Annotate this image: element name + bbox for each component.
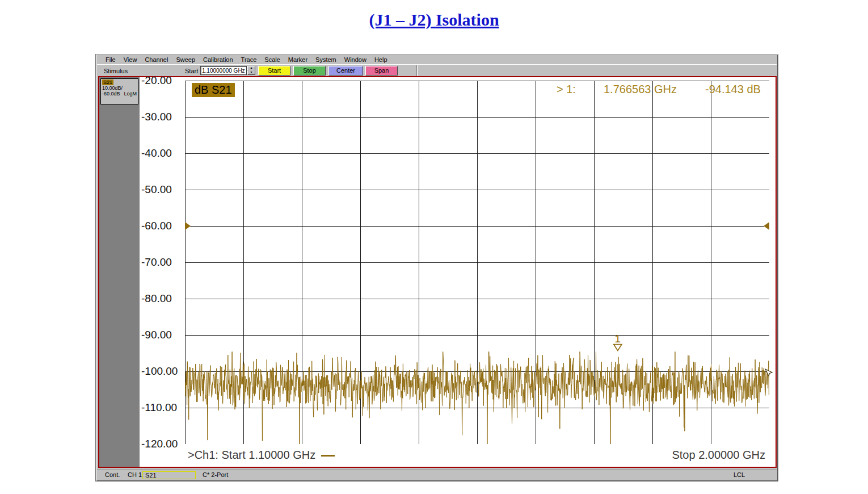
start-annotation-text: >Ch1: Start 1.10000 GHz [188, 449, 315, 461]
sweep-status: Cont. [103, 471, 127, 479]
marker-1[interactable]: 1 [614, 333, 622, 351]
menu-bar: FileViewChannelSweepCalibrationTraceScal… [97, 56, 777, 64]
start-frequency-input[interactable] [200, 66, 247, 75]
trace-format-chip: dB S21 [192, 83, 235, 97]
menu-item-calibration[interactable]: Calibration [199, 56, 237, 64]
measurement-plot: 1 [185, 81, 769, 444]
y-axis-label: -60.00 [141, 220, 184, 232]
trace-sidebar: S21 10.00dB/ -60.0dB LogM [99, 77, 140, 467]
trace-ref-label: -60.0dB [102, 91, 120, 97]
vna-application-window: FileViewChannelSweepCalibrationTraceScal… [95, 54, 778, 482]
spinner-down-icon[interactable]: ▼ [247, 70, 255, 75]
status-bar: Cont. CH 1: S21 C* 2-Port LCL [97, 470, 777, 479]
menu-item-marker[interactable]: Marker [284, 56, 311, 64]
y-axis-label: -80.00 [141, 292, 184, 305]
start-button[interactable]: Start [258, 66, 290, 76]
page-title: (J1 – J2) Isolation [0, 10, 868, 30]
local-remote-status: LCL [722, 471, 756, 479]
channel-start-annotation: >Ch1: Start 1.10000 GHz [188, 449, 335, 462]
menu-item-view[interactable]: View [120, 56, 141, 64]
stimulus-group-label: Stimulus [104, 68, 128, 74]
stop-button[interactable]: Stop [293, 66, 326, 76]
y-axis-label: -110.00 [141, 401, 184, 414]
menu-item-help[interactable]: Help [370, 56, 391, 64]
y-axis-label: -90.00 [141, 329, 184, 341]
y-axis-label: -120.00 [141, 438, 184, 450]
menu-item-trace[interactable]: Trace [237, 56, 261, 64]
reference-level-marker-right [764, 222, 769, 230]
menu-item-sweep[interactable]: Sweep [172, 56, 199, 64]
trace-format-label: LogM [124, 91, 137, 97]
trace-name-badge: S21 [102, 79, 113, 85]
reference-level-marker-left [185, 222, 191, 230]
trace-status-box[interactable]: S21 10.00dB/ -60.0dB LogM [100, 78, 138, 104]
marker-readout-id: > 1: [557, 83, 576, 97]
analyzer-display: S21 10.00dB/ -60.0dB LogM -20.00-30.00-4… [98, 76, 777, 468]
y-axis-label: -70.00 [141, 256, 184, 269]
marker-1-number: 1 [615, 333, 621, 345]
center-button[interactable]: Center [328, 66, 363, 76]
trace-scale-label: 10.00dB/ [102, 85, 137, 91]
span-button[interactable]: Span [365, 66, 398, 76]
stimulus-toolbar: Stimulus Start ▲ ▼ StartStopCenterSpan [97, 64, 777, 76]
menu-item-window[interactable]: Window [340, 56, 370, 64]
trace-color-key-icon [321, 455, 335, 457]
calibration-status: C* 2-Port [200, 471, 268, 479]
y-axis-label: -20.00 [141, 74, 184, 87]
marker-readout-value: -94.143 dB [705, 83, 761, 97]
menu-item-channel[interactable]: Channel [141, 56, 172, 64]
y-axis-label: -100.00 [141, 365, 184, 378]
menu-item-file[interactable]: File [102, 56, 120, 64]
stop-annotation: Stop 2.00000 GHz [672, 449, 765, 462]
spinner-up-icon[interactable]: ▲ [247, 66, 255, 70]
start-field-label: Start [185, 68, 198, 74]
menu-item-system[interactable]: System [311, 56, 340, 64]
start-frequency-stepper[interactable]: ▲ ▼ [247, 66, 255, 75]
toolbar-separator [416, 65, 418, 76]
menu-item-scale[interactable]: Scale [260, 56, 284, 64]
marker-readout-frequency: 1.766563 GHz [604, 83, 677, 97]
marker-1-triangle-icon [614, 345, 622, 351]
y-axis-label: -30.00 [141, 111, 184, 123]
y-axis-label: -40.00 [141, 147, 184, 160]
mouse-cursor-icon [764, 368, 774, 378]
y-axis-label: -50.00 [141, 183, 184, 196]
page: (J1 – J2) Isolation FileViewChannelSweep… [0, 0, 868, 494]
measurement-status: S21 [142, 471, 196, 479]
